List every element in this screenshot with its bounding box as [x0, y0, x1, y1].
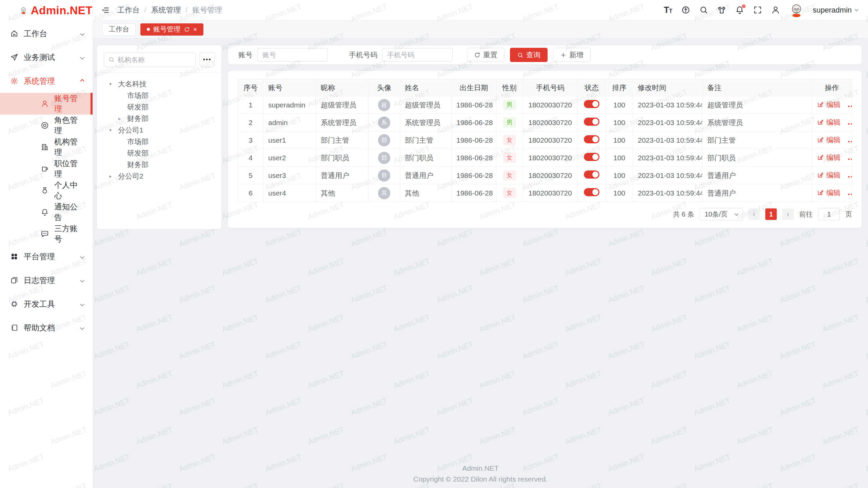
sidebar-item-workbench[interactable]: 工作台: [0, 22, 93, 45]
app-title: Admin.NET: [31, 4, 93, 17]
edit-button[interactable]: 编辑: [817, 118, 841, 127]
table-column-header[interactable]: 序号: [238, 79, 263, 96]
sidebar-item-third-party-account[interactable]: 三方账号: [0, 223, 93, 245]
table-column-header[interactable]: 性别: [496, 79, 523, 96]
status-toggle[interactable]: [584, 170, 599, 179]
status-toggle[interactable]: [584, 135, 599, 143]
user-menu[interactable]: superadmin: [813, 6, 858, 15]
more-actions-button[interactable]: •••: [848, 174, 852, 180]
menu-fold-icon[interactable]: [101, 6, 110, 15]
table-column-header[interactable]: 操作: [812, 79, 852, 96]
table-column-header[interactable]: 昵称: [316, 79, 369, 96]
more-actions-button[interactable]: •••: [848, 191, 852, 197]
edit-button[interactable]: 编辑: [817, 100, 841, 109]
tree-caret-icon[interactable]: [109, 81, 118, 87]
language-button[interactable]: [681, 5, 690, 15]
account-filter-input[interactable]: [257, 48, 328, 62]
edit-button[interactable]: 编辑: [817, 153, 841, 162]
tree-node[interactable]: 分公司1: [100, 124, 218, 136]
more-actions-button[interactable]: •••: [848, 103, 852, 109]
prev-page-button[interactable]: ‹: [748, 208, 760, 220]
edit-button[interactable]: 编辑: [817, 135, 841, 145]
search-button[interactable]: 查询: [510, 48, 548, 62]
edit-button[interactable]: 编辑: [817, 188, 841, 198]
page-size-select[interactable]: 10条/页: [699, 208, 743, 220]
tree-node[interactable]: 财务部: [100, 159, 218, 170]
sidebar-item-position-mgmt[interactable]: 职位管理: [0, 158, 93, 180]
table-row[interactable]: 6 user4 其他 其 其他 1986-06-28 女: [238, 184, 852, 202]
table-column-header[interactable]: 出生日期: [452, 79, 496, 96]
tree-node[interactable]: 市场部: [100, 136, 218, 147]
tree-node[interactable]: 研发部: [100, 101, 218, 113]
table-row[interactable]: 5 user3 普通用户 普 普通用户 1986-06-28 女: [238, 167, 852, 184]
sidebar-item-log-mgmt[interactable]: 日志管理: [0, 268, 93, 292]
app-logo[interactable]: Admin.NET: [0, 0, 93, 21]
tree-caret-icon[interactable]: [118, 116, 127, 122]
edit-button[interactable]: 编辑: [817, 170, 841, 180]
table-column-header[interactable]: 修改时间: [633, 79, 703, 96]
reset-button[interactable]: 重置: [467, 48, 505, 62]
add-button[interactable]: 新增: [553, 48, 591, 62]
org-search-box[interactable]: [104, 52, 196, 67]
more-actions-button[interactable]: •••: [848, 121, 852, 127]
org-search-input[interactable]: [118, 56, 191, 64]
medal-icon: [41, 186, 49, 195]
sidebar-item-system-mgmt[interactable]: 系统管理: [0, 69, 93, 93]
sidebar-item-org-mgmt[interactable]: 机构管理: [0, 136, 93, 158]
phone-filter-input[interactable]: [382, 48, 453, 62]
footer-copyright: Copyright © 2022 Dilon All rights reserv…: [93, 475, 868, 483]
sidebar-item-profile-center[interactable]: 个人中心: [0, 180, 93, 201]
table-row[interactable]: 2 admin 系统管理员 系 系统管理员 1986-06-28 男: [238, 114, 852, 131]
table-column-header[interactable]: 账号: [263, 79, 316, 96]
search-button-label: 查询: [526, 50, 540, 60]
tab-account-mgmt[interactable]: 账号管理 ×: [140, 23, 203, 36]
tree-node[interactable]: 财务部: [100, 113, 218, 124]
sidebar-item-platform-mgmt[interactable]: 平台管理: [0, 245, 93, 268]
edit-button-label: 编辑: [826, 118, 841, 127]
tree-caret-icon[interactable]: [109, 127, 118, 133]
theme-button[interactable]: [717, 5, 726, 15]
notifications-button[interactable]: [735, 5, 744, 15]
table-column-header[interactable]: 手机号码: [523, 79, 578, 96]
tab-refresh-icon[interactable]: [184, 26, 190, 33]
tree-node[interactable]: 分公司2: [100, 170, 218, 182]
fullscreen-button[interactable]: [753, 5, 762, 15]
breadcrumb-item[interactable]: 工作台: [117, 5, 140, 15]
current-page-button[interactable]: 1: [765, 208, 777, 220]
table-row[interactable]: 3 user1 部门主管 部 部门主管 1986-06-28 女: [238, 131, 852, 149]
user-avatar[interactable]: [789, 3, 804, 18]
table-column-header[interactable]: 备注: [703, 79, 812, 96]
more-actions-button[interactable]: •••: [848, 139, 852, 144]
sidebar-item-role-mgmt[interactable]: 角色管理: [0, 115, 93, 136]
sidebar-item-notice[interactable]: 通知公告: [0, 201, 93, 223]
tree-more-button[interactable]: •••: [200, 52, 215, 67]
table-row[interactable]: 4 user2 部门职员 部 部门职员 1986-06-28 女: [238, 149, 852, 167]
table-column-header[interactable]: 姓名: [400, 79, 452, 96]
sidebar-item-account-mgmt[interactable]: 账号管理: [0, 93, 93, 115]
active-tab-dot-icon: [147, 28, 150, 31]
table-column-header[interactable]: 状态: [578, 79, 606, 96]
tab-close-icon[interactable]: ×: [193, 26, 197, 33]
status-toggle[interactable]: [584, 118, 599, 126]
font-size-button[interactable]: TT: [664, 6, 672, 14]
next-page-button[interactable]: ›: [782, 208, 794, 220]
more-actions-button[interactable]: •••: [848, 156, 852, 162]
tree-caret-icon[interactable]: [109, 173, 118, 179]
status-toggle[interactable]: [584, 153, 599, 161]
table-row[interactable]: 1 superadmin 超级管理员 超 超级管理员 1986-06-28 男: [238, 96, 852, 114]
page-goto-input[interactable]: [818, 208, 840, 220]
tree-node[interactable]: 市场部: [100, 90, 218, 101]
breadcrumb-item[interactable]: 系统管理: [151, 5, 181, 15]
table-column-header[interactable]: 头像: [369, 79, 400, 96]
search-button[interactable]: [699, 5, 708, 15]
status-toggle[interactable]: [584, 100, 599, 108]
tree-node[interactable]: 大名科技: [100, 78, 218, 90]
tab-workbench[interactable]: 工作台: [102, 23, 136, 36]
profile-button[interactable]: [771, 5, 780, 15]
tree-node[interactable]: 研发部: [100, 147, 218, 159]
status-toggle[interactable]: [584, 188, 599, 196]
sidebar-item-help-docs[interactable]: 帮助文档: [0, 316, 93, 340]
table-column-header[interactable]: 排序: [606, 79, 633, 96]
sidebar-item-business-test[interactable]: 业务测试: [0, 45, 93, 69]
sidebar-item-dev-tools[interactable]: 开发工具: [0, 292, 93, 316]
